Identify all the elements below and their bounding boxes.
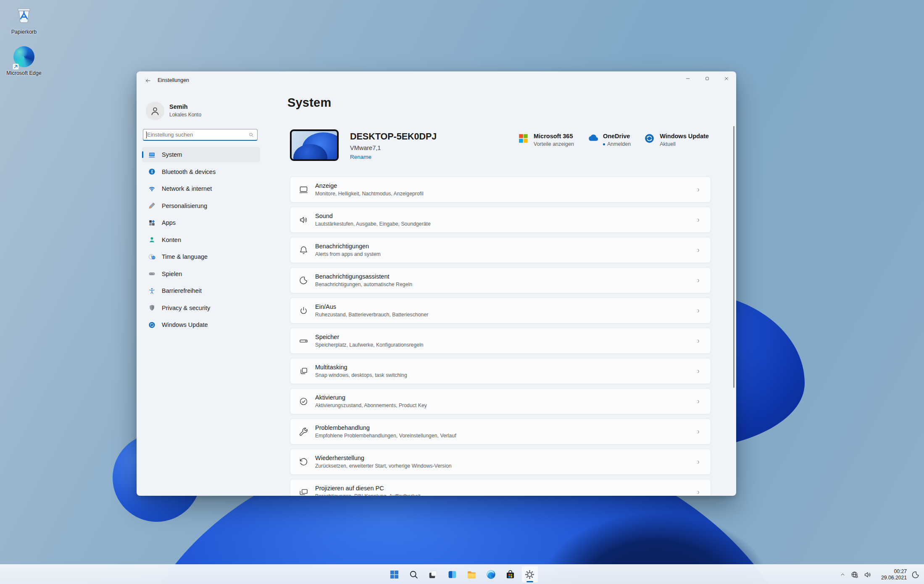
row-title: Projizieren auf diesen PC (315, 485, 421, 492)
maximize-button[interactable] (698, 71, 717, 86)
apps-icon (148, 219, 155, 226)
moon-icon[interactable] (911, 571, 920, 579)
activation-icon (299, 397, 308, 406)
sidebar-item-barrierefreiheit[interactable]: Barrierefreiheit (142, 283, 260, 298)
settings-row-aktivierung[interactable]: Aktivierung Aktivierungszustand, Abonnem… (290, 388, 711, 414)
system-icon (148, 151, 155, 158)
taskbar-widgets-button[interactable] (444, 566, 461, 583)
recovery-icon (299, 457, 308, 467)
microsoft-365-icon (518, 133, 529, 144)
sound-icon (299, 215, 308, 225)
chevron-right-icon (695, 459, 701, 465)
person-icon (150, 105, 161, 116)
settings-row-sound[interactable]: Sound Lautstärkestufen, Ausgabe, Eingabe… (290, 207, 711, 233)
row-title: Speicher (315, 334, 424, 340)
titlebar[interactable]: Einstellungen (137, 71, 736, 90)
close-button[interactable] (717, 71, 736, 86)
status-title: Microsoft 365 (534, 133, 574, 139)
sidebar-item-konten[interactable]: Konten (142, 232, 260, 247)
sidebar-item-apps[interactable]: Apps (142, 215, 260, 230)
settings-row-benachrichtigungen[interactable]: Benachrichtigungen Alerts from apps and … (290, 237, 711, 263)
chevron-up-icon[interactable] (840, 571, 846, 578)
settings-row-benachrichtigungsassistent[interactable]: Benachrichtigungsassistent Benachrichtig… (290, 267, 711, 293)
projecting-icon (299, 487, 308, 496)
row-title: Aktivierung (315, 394, 427, 401)
row-subtitle: Ruhezustand, Batterieverbrauch, Batterie… (315, 312, 428, 318)
back-button[interactable] (142, 74, 154, 87)
device-card: DESKTOP-5EK0DPJ VMware7,1 Rename (290, 129, 339, 161)
taskbar: 00:27 29.06.2021 (0, 564, 924, 584)
main-content: System DESKTOP-5EK0DPJ VMware7,1 Rename … (287, 90, 736, 496)
settings-row-ein-aus[interactable]: Ein/Aus Ruhezustand, Batterieverbrauch, … (290, 297, 711, 324)
clock-date: 29.06.2021 (877, 575, 907, 581)
settings-row-projizieren-auf-diesen-pc[interactable]: Projizieren auf diesen PC Berechtigungen… (290, 479, 711, 496)
sidebar-item-privacy-security[interactable]: Privacy & security (142, 300, 260, 316)
settings-row-speicher[interactable]: Speicher Speicherplatz, Laufwerke, Konfi… (290, 328, 711, 354)
recycle-bin-icon (13, 5, 35, 28)
taskbar-clock[interactable]: 00:27 29.06.2021 (877, 568, 907, 581)
row-title: Benachrichtigungsassistent (315, 273, 412, 280)
sidebar-item-windows-update[interactable]: Windows Update (142, 317, 260, 332)
sidebar-item-time-language[interactable]: Time & language (142, 249, 260, 264)
status-subtitle: Vorteile anzeigen (534, 141, 574, 147)
settings-window: Einstellungen Semih Lokales Konto System… (137, 71, 736, 496)
accessibility-icon (148, 287, 155, 295)
volume-icon[interactable] (863, 571, 872, 579)
edge-icon (13, 46, 35, 69)
taskbar-explorer-button[interactable] (463, 566, 480, 583)
search-input[interactable] (143, 129, 257, 140)
row-title: Benachrichtigungen (315, 243, 381, 250)
shortcut-arrow-icon (13, 63, 19, 70)
sidebar-item-personalisierung[interactable]: Personalisierung (142, 198, 260, 213)
settings-row-multitasking[interactable]: Multitasking Snap windows, desktops, tas… (290, 358, 711, 384)
desktop-icon-microsoft-edge[interactable]: Microsoft Edge (3, 45, 45, 76)
settings-row-wiederherstellung[interactable]: Wiederherstellung Zurücksetzen, erweiter… (290, 449, 711, 475)
sidebar-item-bluetooth-devices[interactable]: Bluetooth & devices (142, 164, 260, 179)
row-title: Problembehandlung (315, 424, 456, 431)
minimize-button[interactable] (678, 71, 698, 86)
settings-row-anzeige[interactable]: Anzeige Monitore, Helligkeit, Nachtmodus… (290, 176, 711, 203)
search-box (143, 129, 258, 141)
minimize-icon (685, 76, 691, 82)
device-thumbnail (290, 129, 339, 161)
taskbar-start-button[interactable] (386, 566, 403, 583)
avatar[interactable] (146, 102, 164, 120)
gaming-icon (148, 270, 155, 277)
settings-gear-icon (524, 569, 535, 580)
store-icon (505, 569, 516, 580)
status-item-windows-update[interactable]: Windows Update Aktuell (644, 133, 709, 147)
taskbar-taskansicht-button[interactable] (425, 566, 442, 583)
row-subtitle: Snap windows, desktops, task switching (315, 372, 407, 378)
settings-row-problembehandlung[interactable]: Problembehandlung Empfohlene Problembeha… (290, 418, 711, 445)
row-subtitle: Aktivierungszustand, Abonnements, Produc… (315, 402, 427, 408)
back-arrow-icon (145, 77, 151, 84)
row-subtitle: Zurücksetzen, erweiterter Start, vorheri… (315, 463, 452, 469)
taskbar-suche-button[interactable] (405, 566, 422, 583)
taskbar-microsoft-edge-button[interactable] (483, 566, 500, 583)
window-scrollbar[interactable] (733, 126, 735, 388)
selected-indicator (142, 151, 143, 158)
network-icon (148, 185, 155, 192)
row-subtitle: Monitore, Helligkeit, Nachtmodus, Anzeig… (315, 191, 424, 197)
user-name: Semih (169, 103, 188, 110)
sidebar-item-network-internet[interactable]: Network & internet (142, 181, 260, 196)
device-name: DESKTOP-5EK0DPJ (350, 132, 437, 142)
globe-offline-icon[interactable] (850, 571, 859, 579)
taskbar-einstellungen-button[interactable] (521, 566, 538, 583)
multitasking-icon (299, 366, 308, 376)
taskbar-microsoft-store-button[interactable] (502, 566, 519, 583)
taskbar-search-icon (408, 569, 419, 580)
sidebar-item-system[interactable]: System (142, 147, 260, 162)
chevron-right-icon (695, 399, 701, 405)
sidebar-item-spielen[interactable]: Spielen (142, 266, 260, 281)
task-view-icon (428, 569, 438, 580)
status-item-microsoft-365[interactable]: Microsoft 365 Vorteile anzeigen (518, 133, 574, 147)
chevron-right-icon (695, 429, 701, 435)
status-item-onedrive[interactable]: OneDrive Anmelden (587, 133, 631, 147)
status-subtitle[interactable]: Anmelden (603, 141, 631, 147)
desktop-icon-recycle-bin[interactable]: Papierkorb (3, 5, 45, 35)
row-title: Wiederherstellung (315, 455, 452, 461)
page-title: System (287, 96, 331, 110)
rename-link[interactable]: Rename (350, 154, 371, 160)
row-title: Ein/Aus (315, 303, 428, 310)
